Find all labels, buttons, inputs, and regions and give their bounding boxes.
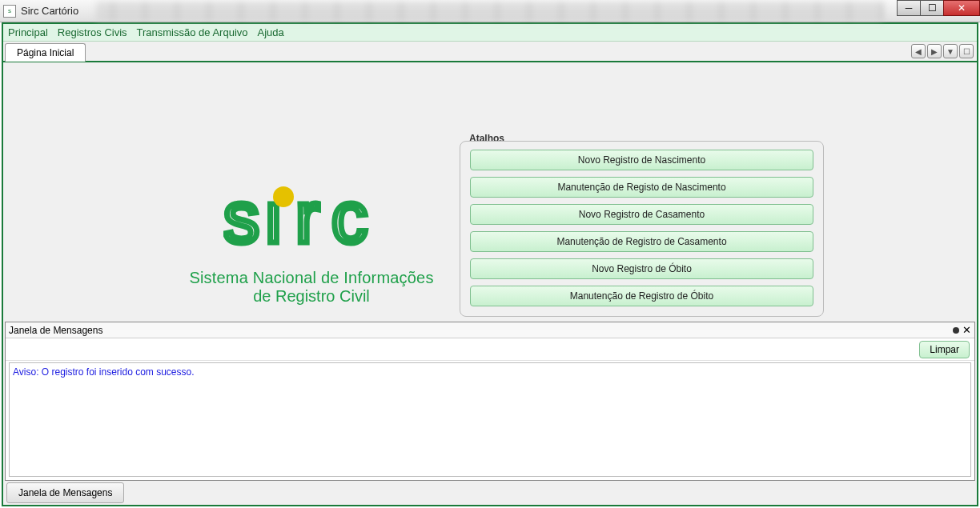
logo-subtitle-2: de Registro Civil [183, 287, 440, 306]
tab-next-icon[interactable]: ▶ [927, 44, 942, 58]
messages-title: Janela de Mensagens [9, 325, 102, 336]
tab-nav-controls: ◀ ▶ ▼ ☐ [911, 44, 974, 58]
shortcut-novo-obito[interactable]: Novo Registro de Óbito [470, 258, 813, 279]
svg-text:r: r [295, 182, 319, 258]
svg-text:s: s [223, 182, 257, 258]
svg-text:c: c [331, 182, 368, 258]
tab-prev-icon[interactable]: ◀ [911, 44, 926, 58]
minimize-button[interactable]: ─ [897, 0, 921, 16]
maximize-button[interactable]: ☐ [920, 0, 944, 16]
app-window: s Sirc Cartório ─ ☐ ✕ Principal Registro… [0, 0, 980, 508]
message-text: Aviso: O registro foi inserido com suces… [13, 366, 195, 378]
tab-row: Página Inicial ◀ ▶ ▼ ☐ [3, 42, 977, 62]
menu-principal[interactable]: Principal [8, 26, 48, 38]
menubar: Principal Registros Civis Transmissão de… [3, 24, 977, 42]
main-area: s ı r c Sistema Nacional de Informações … [3, 62, 977, 505]
menu-registros-civis[interactable]: Registros Civis [58, 26, 127, 38]
bottom-tab-row: Janela de Mensagens [5, 482, 975, 503]
background-toolbar-blur [96, 2, 884, 21]
shortcut-manut-obito[interactable]: Manutenção de Registro de Óbito [470, 286, 813, 306]
messages-minimize-icon[interactable] [953, 327, 959, 334]
svg-point-2 [273, 186, 294, 207]
messages-close-icon[interactable]: ✕ [962, 324, 971, 336]
sirc-logo-icon: s ı r c [223, 182, 400, 262]
shortcut-manut-casamento[interactable]: Manutenção de Registro de Casamento [470, 231, 813, 252]
titlebar: s Sirc Cartório ─ ☐ ✕ [0, 0, 980, 22]
logo-subtitle-1: Sistema Nacional de Informações [183, 269, 440, 287]
shortcuts-panel: Novo Registro de Nascimento Manutenção d… [460, 141, 824, 317]
logo-block: s ı r c Sistema Nacional de Informações … [183, 182, 440, 306]
close-button[interactable]: ✕ [943, 0, 980, 16]
menu-transmissao[interactable]: Transmissão de Arquivo [137, 26, 248, 38]
menu-ajuda[interactable]: Ajuda [258, 26, 284, 38]
bottom-tab-mensagens[interactable]: Janela de Mensagens [6, 482, 124, 503]
messages-panel: Janela de Mensagens ✕ Limpar Aviso: O re… [5, 322, 975, 481]
tab-pagina-inicial[interactable]: Página Inicial [5, 43, 86, 62]
shortcut-novo-nascimento[interactable]: Novo Registro de Nascimento [470, 150, 813, 170]
clear-button[interactable]: Limpar [919, 341, 970, 358]
app-frame: Principal Registros Civis Transmissão de… [2, 22, 978, 506]
tab-dropdown-icon[interactable]: ▼ [943, 44, 958, 58]
shortcut-manut-nascimento[interactable]: Manutenção de Registo de Nascimento [470, 177, 813, 198]
shortcut-novo-casamento[interactable]: Novo Registro de Casamento [470, 204, 813, 225]
window-controls: ─ ☐ ✕ [898, 0, 980, 16]
tab-maximize-icon[interactable]: ☐ [959, 44, 974, 58]
window-title: Sirc Cartório [21, 5, 78, 17]
messages-toolbar: Limpar [6, 338, 974, 361]
messages-body: Aviso: O registro foi inserido com suces… [9, 362, 971, 477]
messages-header: Janela de Mensagens ✕ [6, 322, 974, 338]
app-icon: s [3, 5, 16, 18]
